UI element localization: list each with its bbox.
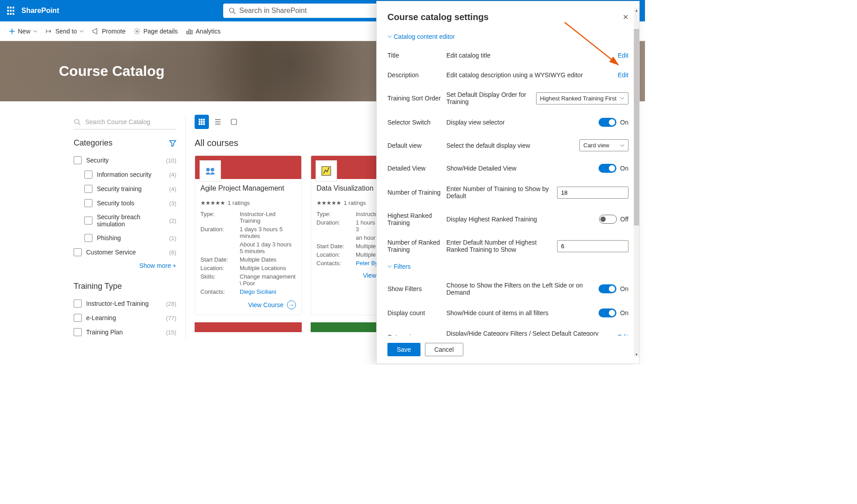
gear-icon <box>133 28 141 35</box>
save-button[interactable]: Save <box>387 343 420 356</box>
setting-selector-switch: Selector SwitchDisplay view selectorOn <box>387 112 628 133</box>
category-item[interactable]: Security breach simulation(2) <box>74 210 176 231</box>
contact-link[interactable]: Peter By <box>356 260 378 267</box>
category-item[interactable]: Security(10) <box>74 153 176 167</box>
category-item[interactable]: Information security(4) <box>74 167 176 182</box>
svg-line-9 <box>79 123 80 125</box>
type-item[interactable]: e-Learning(77) <box>74 311 176 325</box>
edit-link[interactable]: Edit <box>618 71 628 79</box>
svg-point-8 <box>75 119 79 124</box>
chevron-down-icon <box>620 97 624 100</box>
chart-icon <box>186 28 193 35</box>
course-card[interactable]: Data Visualization ★★★★★1 ratings Type:I… <box>311 155 382 315</box>
arrow-right-icon: → <box>287 300 296 309</box>
svg-rect-17 <box>201 123 203 125</box>
page-title: Course Catalog <box>59 63 164 79</box>
search-icon <box>74 118 81 125</box>
checkbox[interactable] <box>84 171 92 179</box>
search-icon <box>229 7 236 14</box>
toggle-detailed[interactable] <box>599 164 616 173</box>
type-item[interactable]: Training Plan(15) <box>74 325 176 339</box>
page-details-button[interactable]: Page details <box>133 28 178 35</box>
chevron-down-icon <box>33 30 37 33</box>
setting-show-filters: Show FiltersChoose to Show the Filters o… <box>387 275 628 302</box>
new-button[interactable]: New <box>9 28 37 35</box>
contact-link[interactable]: Diego Siciliani <box>240 288 296 295</box>
course-rating: ★★★★★1 ratings <box>316 200 376 206</box>
svg-rect-7 <box>191 30 192 34</box>
setting-sort-order: Training Sort OrderSet Default Display O… <box>387 85 628 112</box>
cancel-button[interactable]: Cancel <box>425 343 463 356</box>
panel-header: Course catalog settings ✕ <box>377 1 639 29</box>
grid-view-button[interactable] <box>195 115 209 129</box>
svg-rect-6 <box>189 29 190 34</box>
checkbox[interactable] <box>74 300 82 308</box>
course-icon <box>200 160 221 182</box>
category-item[interactable]: Customer Service(6) <box>74 245 176 259</box>
sort-select[interactable]: Highest Ranked Training First <box>536 92 628 104</box>
svg-rect-10 <box>199 119 200 121</box>
promote-button[interactable]: Promote <box>92 28 125 35</box>
toggle-selector[interactable] <box>599 118 616 127</box>
toggle-highest[interactable] <box>599 215 617 224</box>
setting-detailed-view: Detailed ViewShow/Hide Detailed ViewOn <box>387 158 628 179</box>
filter-sidebar: Search Course Catalog Categories Securit… <box>0 115 185 339</box>
settings-panel: Course catalog settings ✕ Catalog conten… <box>376 1 640 364</box>
view-course-link[interactable]: View Course→ <box>200 300 296 309</box>
checkbox[interactable] <box>74 248 82 256</box>
scroll-thumb[interactable] <box>634 29 639 225</box>
view-course-link[interactable]: View <box>316 272 376 279</box>
svg-rect-15 <box>203 121 205 123</box>
checkbox[interactable] <box>74 314 82 322</box>
chevron-down-icon <box>387 34 392 39</box>
svg-rect-5 <box>187 31 188 34</box>
plus-icon <box>9 28 15 34</box>
scroll-down-icon[interactable]: ▼ <box>634 352 639 357</box>
svg-rect-16 <box>199 123 200 125</box>
number-ranked-input[interactable] <box>557 240 628 252</box>
svg-point-23 <box>206 168 210 171</box>
training-type-list: Instructor-Led Training(28) e-Learning(7… <box>74 296 176 339</box>
course-card[interactable]: Agile Project Management ★★★★★1 ratings … <box>195 155 302 315</box>
checkbox[interactable] <box>84 185 92 193</box>
section-filters[interactable]: Filters <box>387 263 628 270</box>
app-launcher-icon[interactable] <box>4 4 18 18</box>
checkbox[interactable] <box>74 328 82 336</box>
stars-icon: ★★★★★ <box>200 200 225 206</box>
toggle-showfilters[interactable] <box>599 284 616 293</box>
svg-rect-22 <box>231 119 237 125</box>
defaultview-select[interactable]: Card view <box>579 139 628 151</box>
course-title: Agile Project Management <box>200 184 296 192</box>
app-name: SharePoint <box>21 7 59 15</box>
category-item[interactable]: Security training(4) <box>74 182 176 196</box>
type-item[interactable]: Instructor-Led Training(28) <box>74 296 176 311</box>
toggle-displaycount[interactable] <box>599 308 616 317</box>
category-item[interactable]: Security tools(3) <box>74 196 176 210</box>
course-rating: ★★★★★1 ratings <box>200 200 296 206</box>
svg-rect-12 <box>203 119 205 121</box>
number-input[interactable] <box>557 187 628 199</box>
setting-categories-filter: CategoriesDisplay/Hide Category Filters … <box>387 324 628 336</box>
catalog-search[interactable]: Search Course Catalog <box>74 115 176 129</box>
panel-title: Course catalog settings <box>387 12 489 22</box>
compact-view-button[interactable] <box>227 115 241 129</box>
scrollbar[interactable]: ▲ ▼ <box>634 8 639 357</box>
checkbox[interactable] <box>84 217 92 225</box>
analytics-button[interactable]: Analytics <box>186 28 220 35</box>
list-view-button[interactable] <box>211 115 225 129</box>
section-catalog-editor[interactable]: Catalog content editor <box>387 33 628 40</box>
edit-link[interactable]: Edit <box>618 52 628 59</box>
svg-rect-13 <box>199 121 200 123</box>
category-list: Security(10) Information security(4) Sec… <box>74 153 176 259</box>
show-more-link[interactable]: Show more + <box>74 262 176 269</box>
send-to-button[interactable]: Send to <box>46 28 84 35</box>
svg-line-1 <box>233 12 235 14</box>
category-item[interactable]: Phishing(1) <box>74 231 176 245</box>
checkbox[interactable] <box>84 199 92 207</box>
close-button[interactable]: ✕ <box>623 13 628 21</box>
card-banner <box>311 156 382 179</box>
scroll-up-icon[interactable]: ▲ <box>634 8 639 13</box>
filter-icon[interactable] <box>169 140 176 147</box>
checkbox[interactable] <box>74 156 82 164</box>
checkbox[interactable] <box>84 234 92 242</box>
